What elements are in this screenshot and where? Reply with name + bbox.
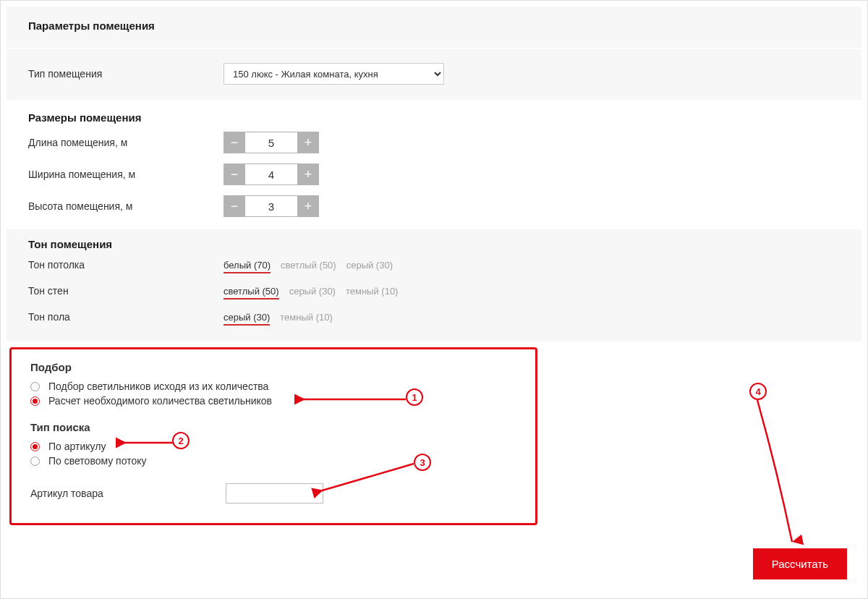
callout-2: 2 <box>172 432 190 449</box>
selection-opt2-label: Расчет необходимого количества светильни… <box>48 395 272 407</box>
sku-row: Артикул товара <box>30 478 516 509</box>
length-stepper: − + <box>224 132 319 153</box>
walls-opt-1[interactable]: серый (30) <box>289 286 336 300</box>
selection-radio-1[interactable]: Подбор светильников исходя из их количес… <box>30 379 516 394</box>
walls-tone-row: Тон стен светлый (50) серый (30) темный … <box>28 279 840 305</box>
tone-title: Тон помещения <box>28 238 840 250</box>
selection-title: Подбор <box>30 361 516 373</box>
walls-opt-0[interactable]: светлый (50) <box>224 286 279 300</box>
calculate-button[interactable]: Рассчитать <box>753 548 847 579</box>
walls-tone-options: светлый (50) серый (30) темный (10) <box>224 286 398 300</box>
params-panel: Параметры помещения <box>7 7 861 48</box>
height-minus-button[interactable]: − <box>224 195 245 217</box>
tone-panel: Тон помещения Тон потолка белый (70) све… <box>7 229 861 341</box>
search-radio-2[interactable]: По световому потоку <box>30 454 516 468</box>
height-plus-button[interactable]: + <box>297 195 319 217</box>
ceiling-tone-row: Тон потолка белый (70) светлый (50) серы… <box>28 253 840 279</box>
length-label: Длина помещения, м <box>28 137 224 148</box>
ceiling-opt-0[interactable]: белый (70) <box>224 260 271 273</box>
callout-1: 1 <box>406 388 423 406</box>
radio-icon <box>30 456 40 466</box>
room-type-select[interactable]: 150 люкс - Жилая комната, кухня <box>224 63 444 85</box>
radio-icon <box>30 396 40 406</box>
floor-opt-1[interactable]: темный (10) <box>280 312 333 326</box>
floor-tone-label: Тон пола <box>28 311 224 323</box>
selection-opt1-label: Подбор светильников исходя из их количес… <box>48 381 268 392</box>
width-row: Ширина помещения, м − + <box>28 158 840 190</box>
callout-4: 4 <box>749 383 767 400</box>
ceiling-tone-options: белый (70) светлый (50) серый (30) <box>224 260 393 273</box>
length-input[interactable] <box>245 132 297 153</box>
search-opt1-label: По артикулу <box>48 441 106 452</box>
length-row: Длина помещения, м − + <box>28 127 840 158</box>
floor-tone-row: Тон пола серый (30) темный (10) <box>28 305 840 331</box>
calculator-form: Параметры помещения Тип помещения 150 лю… <box>0 0 868 599</box>
callout-3: 3 <box>414 454 431 471</box>
length-minus-button[interactable]: − <box>224 132 245 153</box>
sku-input[interactable] <box>226 483 323 504</box>
ceiling-opt-2[interactable]: серый (30) <box>346 260 393 273</box>
floor-tone-options: серый (30) темный (10) <box>224 312 333 326</box>
height-input[interactable] <box>245 195 297 217</box>
radio-icon <box>30 442 40 451</box>
height-label: Высота помещения, м <box>28 200 224 212</box>
search-radio-1[interactable]: По артикулу <box>30 439 516 454</box>
search-opt2-label: По световому потоку <box>48 455 147 467</box>
room-type-row-container: Тип помещения 150 люкс - Жилая комната, … <box>7 49 861 100</box>
ceiling-tone-label: Тон потолка <box>28 259 224 271</box>
width-minus-button[interactable]: − <box>224 163 245 185</box>
room-type-row: Тип помещения 150 люкс - Жилая комната, … <box>28 58 840 90</box>
walls-opt-2[interactable]: темный (10) <box>346 286 399 300</box>
selection-highlight-box: Подбор Подбор светильников исходя из их … <box>9 347 537 525</box>
length-plus-button[interactable]: + <box>297 132 319 153</box>
sku-label: Артикул товара <box>30 488 226 499</box>
height-stepper: − + <box>224 195 319 217</box>
params-title: Параметры помещения <box>28 20 840 32</box>
radio-icon <box>30 382 40 391</box>
width-label: Ширина помещения, м <box>28 169 224 180</box>
width-plus-button[interactable]: + <box>297 163 319 185</box>
height-row: Высота помещения, м − + <box>28 190 840 222</box>
floor-opt-0[interactable]: серый (30) <box>224 312 270 326</box>
search-title: Тип поиска <box>30 421 516 433</box>
width-stepper: − + <box>224 163 319 185</box>
arrow-4-icon <box>741 400 799 552</box>
selection-radio-2[interactable]: Расчет необходимого количества светильни… <box>30 394 516 408</box>
dimensions-title: Размеры помещения <box>28 111 840 124</box>
dimensions-block: Размеры помещения Длина помещения, м − +… <box>7 100 861 224</box>
walls-tone-label: Тон стен <box>28 285 224 297</box>
width-input[interactable] <box>245 163 297 185</box>
room-type-label: Тип помещения <box>28 68 224 80</box>
ceiling-opt-1[interactable]: светлый (50) <box>281 260 336 273</box>
